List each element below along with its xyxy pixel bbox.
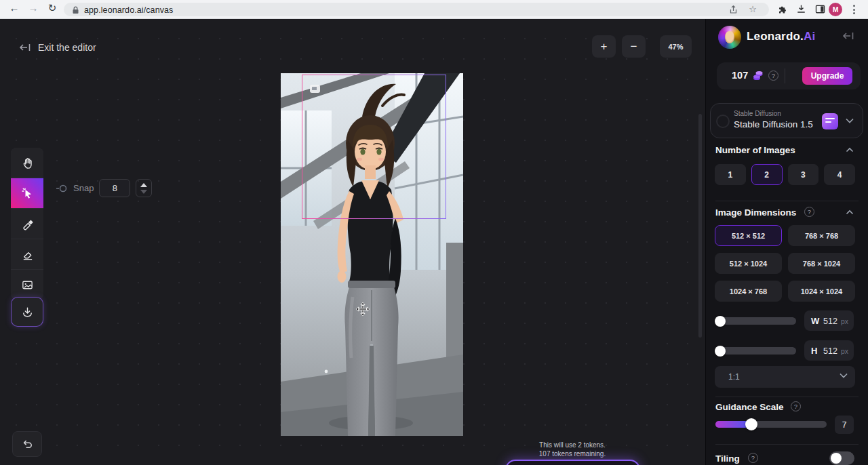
download-tool-button[interactable] <box>11 297 43 327</box>
width-value-box: W 512 px <box>804 310 854 331</box>
height-slider-handle[interactable] <box>715 346 726 357</box>
browser-reload-button[interactable]: ↻ <box>45 2 60 14</box>
share-icon[interactable] <box>729 5 738 14</box>
token-count: 107 <box>732 70 748 81</box>
tiling-toggle[interactable] <box>829 451 854 465</box>
height-slider[interactable] <box>715 347 796 355</box>
chevron-down-icon <box>845 117 854 124</box>
number-of-images-heading: Number of Images <box>715 145 795 155</box>
browser-forward-button[interactable]: → <box>26 2 41 14</box>
snap-value-input[interactable] <box>99 179 130 197</box>
browser-download-icon[interactable] <box>796 4 806 14</box>
zoom-out-button[interactable]: − <box>622 35 646 58</box>
exit-editor-label: Exit the editor <box>38 42 96 53</box>
guidance-scale-slider[interactable] <box>715 421 827 428</box>
divider <box>715 201 859 201</box>
width-slider-handle[interactable] <box>715 316 726 327</box>
coins-icon <box>752 70 764 82</box>
guidance-scale-value: 7 <box>835 416 854 434</box>
tiling-help-icon[interactable]: ? <box>748 453 758 463</box>
undo-icon <box>21 439 33 449</box>
model-value: Stable Diffusion 1.5 <box>734 119 813 129</box>
collapse-sidebar-icon[interactable] <box>842 31 855 41</box>
stepper-up-icon[interactable] <box>140 183 147 187</box>
browser-menu-icon[interactable] <box>853 5 855 16</box>
image-icon <box>21 279 34 291</box>
model-ghost-icon <box>716 115 730 128</box>
upgrade-button[interactable]: Upgrade <box>802 67 852 85</box>
dim-option-768x768[interactable]: 768 × 768 <box>788 225 855 246</box>
num-images-option-3[interactable]: 3 <box>788 164 819 185</box>
token-usage-hint: This will use 2 tokens. 107 tokens remai… <box>505 441 640 458</box>
token-usage-line1: This will use 2 tokens. <box>505 441 640 449</box>
width-unit: px <box>841 317 848 325</box>
num-images-option-4[interactable]: 4 <box>824 164 855 185</box>
select-tool-button[interactable] <box>11 178 43 208</box>
width-value: 512 <box>823 317 837 326</box>
height-unit: px <box>841 347 848 355</box>
aspect-ratio-value: 1:1 <box>728 372 740 382</box>
move-cursor-icon <box>355 302 370 317</box>
guidance-slider-handle[interactable] <box>745 418 757 430</box>
hand-tool-button[interactable] <box>11 148 43 178</box>
height-value-box: H 512 px <box>804 340 854 361</box>
settings-sidebar: Leonardo.Ai 107 ? Upgrade Stable Diffusi… <box>705 19 868 465</box>
chevron-down-icon <box>839 372 848 379</box>
token-help-icon[interactable]: ? <box>768 70 778 81</box>
paint-tool-button[interactable] <box>11 209 43 239</box>
undo-button[interactable] <box>12 431 42 457</box>
side-panel-icon[interactable] <box>815 4 825 14</box>
dim-option-512x512[interactable]: 512 × 512 <box>715 225 782 246</box>
eraser-tool-button[interactable] <box>11 239 43 269</box>
toolbar <box>11 148 43 300</box>
stepper-down-icon[interactable] <box>140 190 147 194</box>
brand-main: Leonardo. <box>747 30 804 43</box>
editor-main: Exit the editor <box>0 19 868 465</box>
num-images-option-1[interactable]: 1 <box>715 164 746 185</box>
aspect-ratio-select[interactable]: 1:1 <box>715 366 855 388</box>
hand-icon <box>21 157 34 169</box>
zoom-in-button[interactable]: + <box>592 35 616 58</box>
dim-option-512x1024[interactable]: 512 × 1024 <box>715 253 782 274</box>
image-dimensions-options: 512 × 512 768 × 768 512 × 1024 768 × 102… <box>715 225 855 302</box>
snap-toggle-icon[interactable] <box>56 183 68 194</box>
model-select[interactable]: Stable Diffusion Stable Diffusion 1.5 <box>710 103 863 138</box>
eraser-icon <box>21 248 34 261</box>
width-slider[interactable] <box>715 317 796 325</box>
canvas-scrollbar[interactable] <box>698 114 702 338</box>
chevron-up-icon[interactable] <box>846 209 854 215</box>
divider <box>785 68 785 83</box>
token-balance-box: 107 ? Upgrade <box>717 62 861 89</box>
browser-address-bar[interactable]: app.leonardo.ai/canvas ☆ <box>64 3 769 16</box>
num-images-option-2[interactable]: 2 <box>751 164 783 185</box>
extensions-puzzle-icon[interactable] <box>777 4 787 14</box>
exit-editor-button[interactable]: Exit the editor <box>19 42 96 53</box>
bookmark-star-icon[interactable]: ☆ <box>749 4 757 14</box>
dim-option-768x1024[interactable]: 768 × 1024 <box>788 253 855 274</box>
url-text: app.leonardo.ai/canvas <box>84 5 173 15</box>
snap-label: Snap <box>73 183 94 193</box>
height-value: 512 <box>823 346 837 356</box>
image-dimensions-heading: Image Dimensions <box>715 207 796 218</box>
dim-option-1024x1024[interactable]: 1024 × 1024 <box>788 281 855 302</box>
model-label: Stable Diffusion <box>734 110 781 117</box>
guidance-help-icon[interactable]: ? <box>791 401 801 411</box>
lock-icon <box>72 6 79 14</box>
canvas-area[interactable]: Exit the editor <box>0 19 705 465</box>
snap-stepper[interactable] <box>136 179 152 197</box>
zoom-level-button[interactable]: 47% <box>660 35 692 58</box>
magic-select-icon <box>20 186 34 200</box>
chevron-up-icon[interactable] <box>846 147 854 153</box>
generated-image[interactable] <box>281 73 463 436</box>
leonardo-logo-avatar <box>718 26 741 49</box>
browser-profile-avatar[interactable]: M <box>829 3 842 16</box>
dim-option-1024x768[interactable]: 1024 × 768 <box>715 281 782 302</box>
height-label: H <box>811 346 817 356</box>
toggle-knob[interactable] <box>831 453 842 464</box>
leonardo-canvas-app: ← → ↻ app.leonardo.ai/canvas ☆ M <box>0 0 868 465</box>
browser-back-button[interactable]: ← <box>7 2 22 14</box>
dimensions-help-icon[interactable]: ? <box>804 207 814 217</box>
image-tool-button[interactable] <box>11 270 43 300</box>
generate-button[interactable] <box>505 460 640 465</box>
paintbrush-icon <box>21 218 34 230</box>
